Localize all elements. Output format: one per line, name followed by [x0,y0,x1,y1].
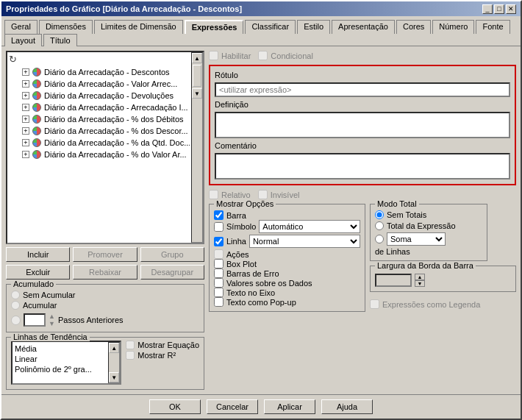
definicao-textarea[interactable] [215,112,510,138]
linha-select[interactable]: Normal [249,235,360,248]
largura-input[interactable]: 0 pt [375,274,412,287]
boxplot-option: Box Plot [214,259,360,268]
close-button[interactable]: ✕ [506,4,516,14]
barra-option: Barra [214,210,360,220]
list-item[interactable]: + Diário da Arrecadação - Valor Arrec... [21,78,190,90]
tree-wrapper: ↻ + Diário da Arrecadação - Descontos + … [6,51,204,244]
promover-button[interactable]: Promover [73,247,137,262]
valores-dados-label: Valores sobre os Dados [226,279,312,288]
acoes-checkbox[interactable] [214,249,224,259]
mostrar-equacao-checkbox[interactable] [126,341,135,349]
tab-cores[interactable]: Cores [396,20,431,34]
tab-dimensoes[interactable]: Dimensões [39,20,93,34]
sem-totais-radio[interactable] [375,210,384,219]
linha-checkbox[interactable] [214,237,224,246]
grupo-button[interactable]: Grupo [140,247,204,262]
acumular-passos-radio[interactable] [11,316,21,325]
simbolo-checkbox[interactable] [214,222,224,232]
total-expressao-radio[interactable] [375,221,384,230]
tab-apresentacao[interactable]: Apresentação [332,20,395,34]
expand-icon[interactable]: + [22,151,29,158]
scroll-up-arrow[interactable]: ▲ [109,343,119,353]
boxplot-checkbox[interactable] [214,259,224,268]
acumular-radio[interactable] [11,301,20,310]
rotulo-input[interactable] [215,82,510,97]
tab-estilo[interactable]: Estilo [297,20,330,34]
invisivel-checkbox[interactable] [258,190,268,199]
ajuda-button[interactable]: Ajuda [321,399,373,414]
mostrar-opcoes-group: Mostrar Opções Barra Símbolo Automá [209,204,365,312]
list-item[interactable]: + Diário da Arrecadação - % do Valor Ar.… [21,149,190,160]
mostrar-equacao-label: Mostrar Equação [137,341,199,349]
rebaixar-button[interactable]: Rebaixar [73,265,137,280]
simbolo-select[interactable]: Automático [259,220,360,233]
sem-totais-label: Sem Totais [387,210,426,219]
expand-icon[interactable]: + [22,115,29,123]
habilitar-checkbox[interactable] [209,51,218,60]
sem-totais-radio-item: Sem Totais [375,210,482,219]
pie-chart-icon [32,138,42,148]
relativo-checkbox[interactable] [209,190,218,199]
cancelar-button[interactable]: Cancelar [207,399,258,414]
tab-classificar[interactable]: Classificar [245,20,296,34]
minimize-button[interactable]: _ [482,4,493,14]
trend-scrollbar[interactable]: ▲ ▼ [108,342,120,383]
scroll-down-arrow[interactable]: ▼ [192,88,202,99]
aplicar-button[interactable]: Aplicar [264,399,315,414]
texto-popup-checkbox[interactable] [214,297,224,307]
list-item[interactable]: + Diário da Arrecadação - % dos Descor..… [21,125,190,137]
incluir-button[interactable]: Incluir [6,247,70,262]
tab-titulo[interactable]: Título [43,34,77,46]
expand-icon[interactable]: + [22,80,29,88]
tab-geral[interactable]: Geral [4,20,37,34]
barra-checkbox[interactable] [214,210,224,220]
list-item[interactable]: Média [14,344,107,354]
opcoes-list: Barra Símbolo Automático [214,207,360,307]
barras-erro-checkbox[interactable] [214,268,224,278]
mostrar-r2-checkbox[interactable] [126,351,135,360]
tree-scrollbar[interactable]: ▲ ▼ [191,52,203,243]
soma-radio[interactable] [375,235,384,243]
ok-button[interactable]: OK [149,399,201,414]
texto-eixo-checkbox[interactable] [214,288,224,297]
passos-input[interactable]: 10 [24,313,46,327]
simbolo-option: Símbolo Automático [214,220,360,233]
tab-numero[interactable]: Número [432,20,474,34]
simbolo-label: Símbolo [226,222,256,231]
desagrupar-button[interactable]: Desagrupar [140,265,204,280]
tree-container[interactable]: ↻ + Diário da Arrecadação - Descontos + … [7,52,191,243]
tab-expressoes[interactable]: Expressões [185,20,244,34]
expand-icon[interactable]: + [22,92,29,99]
condicional-checkbox[interactable] [258,51,268,60]
list-item[interactable]: Polinômio de 2º gra... [14,364,107,374]
soma-select[interactable]: Soma [387,232,446,246]
list-item[interactable]: + Diário da Arrecadação - % da Qtd. Doc.… [21,137,190,149]
tab-layout[interactable]: Layout [4,34,42,46]
expand-icon[interactable]: + [22,68,29,76]
list-item[interactable]: + Diário da Arrecadação - Arrecadação I.… [21,102,190,113]
comentario-textarea[interactable] [215,153,510,179]
scroll-down-arrow[interactable]: ▼ [109,372,119,382]
largura-up-button[interactable]: ▲ [415,274,425,280]
excluir-button[interactable]: Excluir [6,265,70,280]
list-item[interactable]: + Diário da Arrecadação - % dos Débitos [21,113,190,125]
tab-fonte[interactable]: Fonte [476,20,510,34]
maximize-button[interactable]: □ [494,4,504,14]
list-item[interactable]: Linear [14,354,107,364]
relativo-label: Relativo [221,191,251,199]
scroll-thumb[interactable] [193,65,201,87]
expand-icon[interactable]: + [22,139,29,146]
expresoes-legenda-checkbox[interactable] [370,299,379,309]
scroll-up-arrow[interactable]: ▲ [192,53,202,63]
expand-icon[interactable]: + [22,127,29,135]
tab-limites[interactable]: Limites de Dimensão [94,20,183,34]
expand-icon[interactable]: + [22,104,29,111]
list-item[interactable]: + Diário da Arrecadação - Devoluções [21,90,190,102]
modo-radio-group: Sem Totais Total da Expressão Soma [375,207,482,246]
sem-acumular-radio[interactable] [11,291,20,299]
trend-list[interactable]: Média Linear Polinômio de 2º gra... ▲ ▼ [11,341,121,385]
valores-dados-checkbox[interactable] [214,278,224,288]
list-item[interactable]: + Diário da Arrecadação - Descontos [21,66,190,78]
largura-down-button[interactable]: ▼ [415,280,425,287]
bottom-section: Mostrar Opções Barra Símbolo Automá [209,204,516,312]
